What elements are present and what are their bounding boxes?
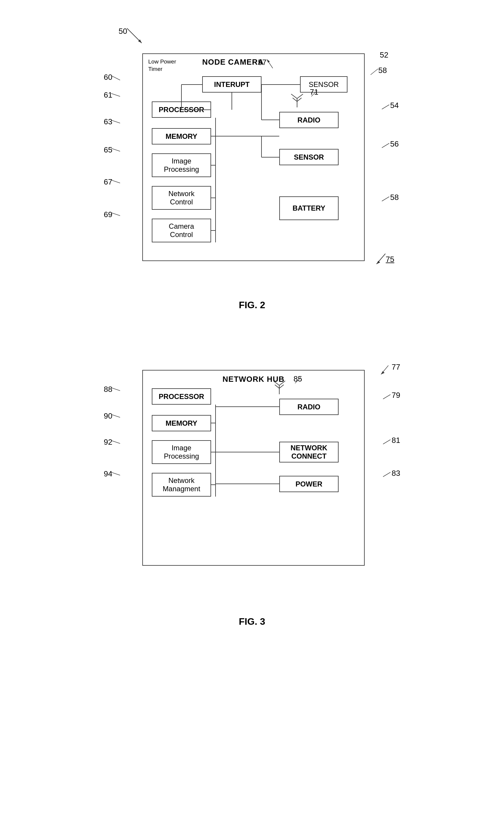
svg-line-52 — [111, 414, 120, 417]
power-box: POWER — [279, 476, 339, 492]
battery-box: BATTERY — [279, 196, 339, 220]
svg-line-35 — [382, 143, 389, 148]
svg-line-33 — [311, 90, 317, 96]
memory-box-fig3: MEMORY — [152, 415, 211, 431]
svg-line-7 — [293, 98, 297, 101]
node-camera-title: NODE CAMERA — [202, 58, 264, 67]
svg-marker-38 — [381, 371, 385, 374]
svg-line-8 — [297, 98, 302, 101]
fig2-label: FIG. 2 — [239, 300, 265, 311]
network-connect-box: NETWORK CONNECT — [279, 442, 339, 462]
network-control-box: Network Control — [152, 186, 211, 210]
svg-marker-25 — [267, 59, 270, 63]
memory-box: MEMORY — [152, 128, 211, 144]
interrupt-box: INTERUPT — [202, 76, 261, 92]
arrow-75 — [374, 254, 388, 267]
arrow-50 — [127, 28, 145, 44]
sensor-mid-box: SENSOR — [279, 149, 339, 165]
antenna-fig3 — [270, 379, 288, 397]
processor-box-fig3: PROCESSOR — [152, 388, 211, 405]
ref-50: 50 — [119, 27, 127, 36]
fig3-outer-box: NETWORK HUB PROCESSOR MEMORY Image Proce… — [142, 370, 365, 566]
sensor-top-box: SENSOR — [300, 76, 347, 92]
ref-52: 52 — [380, 50, 388, 60]
svg-line-51 — [111, 388, 120, 391]
svg-line-42 — [275, 385, 279, 388]
svg-line-5 — [291, 94, 297, 98]
svg-line-29 — [111, 120, 120, 123]
svg-line-40 — [273, 381, 279, 385]
ref-56: 56 — [390, 139, 399, 148]
svg-line-41 — [279, 381, 285, 385]
ref-77: 77 — [392, 363, 400, 372]
antenna-fig2 — [288, 92, 306, 110]
ref-58-battery: 58 — [390, 193, 399, 202]
svg-line-53 — [111, 440, 120, 443]
svg-line-30 — [111, 148, 120, 151]
fig2-outer-box: NODE CAMERA Low Power Timer INTERUPT SEN… — [142, 53, 365, 261]
fig3-diagram: 77 NETWORK HUB PROCESSOR MEMORY — [119, 358, 385, 589]
image-processing-box-fig3: Image Processing — [152, 440, 211, 464]
ref-54: 54 — [390, 101, 399, 110]
low-power-timer-label: Low Power Timer — [148, 58, 176, 73]
svg-line-58 — [383, 472, 390, 477]
svg-line-34 — [382, 105, 389, 109]
svg-line-36 — [382, 197, 389, 201]
radio-box-fig2: RADIO — [279, 112, 339, 128]
svg-line-56 — [383, 395, 390, 399]
image-processing-box: Image Processing — [152, 153, 211, 177]
radio-box-fig3: RADIO — [279, 399, 339, 415]
svg-marker-3 — [377, 261, 380, 264]
ref-81: 81 — [392, 436, 400, 445]
svg-line-27 — [111, 76, 120, 80]
svg-line-43 — [279, 385, 284, 388]
network-mgmt-box: Network Managment — [152, 473, 211, 497]
svg-line-28 — [111, 93, 120, 96]
ref-83: 83 — [392, 469, 400, 478]
svg-line-32 — [111, 213, 120, 216]
processor-box: PROCESSOR — [152, 101, 211, 118]
svg-line-6 — [297, 94, 303, 98]
ref-79: 79 — [392, 391, 400, 400]
camera-control-box: Camera Control — [152, 219, 211, 242]
svg-line-26 — [371, 69, 378, 75]
fig3-label: FIG. 3 — [239, 616, 265, 627]
fig2-diagram: 50 52 75 NODE CAMERA Low Power Timer — [119, 41, 385, 273]
svg-line-54 — [111, 472, 120, 475]
svg-line-31 — [111, 180, 120, 183]
svg-line-57 — [383, 440, 390, 444]
svg-line-55 — [295, 377, 301, 383]
